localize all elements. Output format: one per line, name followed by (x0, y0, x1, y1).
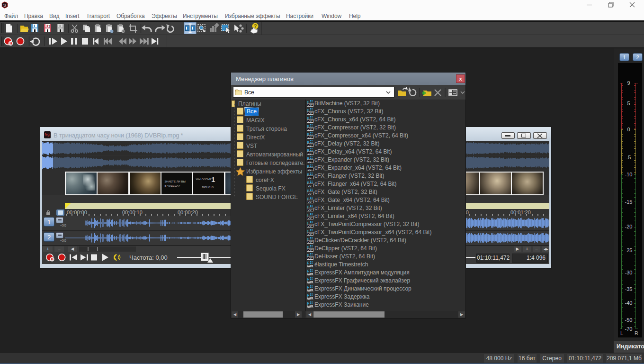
svg-text:VST: VST (308, 160, 313, 163)
svg-text:VST: VST (308, 209, 313, 211)
svg-text:F: F (307, 269, 310, 273)
svg-text:VST: VST (308, 241, 313, 244)
svg-text:F: F (307, 277, 310, 282)
svg-text:F: F (307, 261, 310, 265)
svg-text:VST: VST (308, 104, 313, 107)
svg-text:VST: VST (308, 176, 313, 179)
svg-text:VST: VST (308, 184, 313, 187)
svg-text:VST: VST (308, 144, 313, 147)
svg-text:VST: VST (308, 128, 313, 131)
svg-text:VST: VST (308, 136, 313, 139)
svg-text:VST: VST (308, 233, 313, 236)
svg-text:F: F (307, 301, 310, 306)
svg-text:VST: VST (308, 112, 313, 115)
svg-text:VST: VST (308, 120, 313, 123)
svg-text:?: ? (48, 25, 50, 28)
svg-text:VST: VST (308, 225, 313, 228)
svg-text:F: F (307, 285, 310, 290)
svg-text:VST: VST (308, 217, 313, 219)
svg-text:VST: VST (308, 257, 313, 260)
svg-text:VST: VST (308, 249, 313, 252)
svg-text:VST: VST (308, 192, 313, 195)
svg-text:VST: VST (308, 152, 313, 155)
svg-text:S: S (3, 2, 7, 8)
svg-text:VST: VST (308, 200, 313, 203)
svg-text:F: F (307, 293, 310, 298)
svg-text:VST: VST (308, 168, 313, 171)
